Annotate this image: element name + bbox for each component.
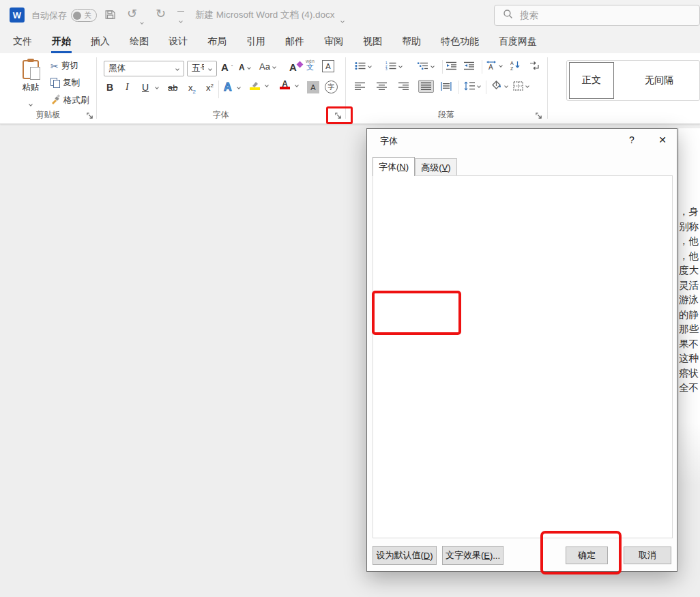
copy-button[interactable]: 复制 (50, 77, 80, 89)
dialog-close-button[interactable]: ✕ (654, 132, 671, 147)
format-painter-button[interactable]: 格式刷 (50, 94, 89, 107)
style-no-spacing[interactable]: 无间隔 (629, 62, 689, 99)
character-shading-button[interactable]: A (307, 81, 319, 93)
bullets-button[interactable] (355, 61, 371, 70)
tab-review[interactable]: 审阅 (323, 30, 344, 53)
shrink-font-button[interactable]: A (239, 63, 250, 72)
font-dialog-launcher[interactable] (333, 111, 342, 120)
chevron-down-icon[interactable] (204, 61, 216, 76)
clipboard-dialog-launcher[interactable] (85, 111, 94, 120)
clipboard-group-label: 剪贴板 (0, 109, 96, 121)
ribbon: 粘贴 ✂ 剪切 复制 格式刷 剪贴板 黑体 五号 (0, 53, 700, 124)
align-left-button[interactable] (355, 82, 365, 91)
doc-text-line: 这种 (679, 351, 700, 366)
decrease-indent-button[interactable] (446, 61, 456, 70)
tab-home[interactable]: 开始 (51, 30, 72, 53)
set-default-button[interactable]: 设为默认值(D) (373, 546, 437, 565)
superscript-button[interactable]: x2 (206, 83, 214, 93)
highlight-color-button[interactable] (250, 81, 268, 90)
font-size-combo[interactable]: 五号 (187, 61, 217, 76)
line-spacing-button[interactable] (464, 81, 480, 91)
dialog-help-button[interactable]: ? (623, 132, 641, 147)
numbering-icon: 123 (385, 61, 396, 70)
ok-button[interactable]: 确定 (566, 547, 608, 564)
tab-insert[interactable]: 插入 (90, 30, 111, 53)
tab-special-features[interactable]: 特色功能 (440, 30, 480, 53)
cut-button[interactable]: ✂ 剪切 (50, 60, 78, 72)
search-icon (503, 9, 513, 22)
sort-button[interactable]: AZ (510, 60, 521, 70)
show-marks-button[interactable] (529, 61, 540, 70)
font-tab-page (373, 175, 673, 538)
tab-view[interactable]: 视图 (362, 30, 383, 53)
paste-clipboard-icon (23, 60, 39, 79)
numbering-button[interactable]: 123 (385, 61, 402, 70)
increase-indent-button[interactable] (464, 61, 474, 70)
tab-references[interactable]: 引用 (246, 30, 266, 53)
doc-text-line: 的静 (679, 308, 700, 323)
tab-design[interactable]: 设计 (168, 30, 188, 53)
svg-text:Z: Z (510, 66, 514, 71)
borders-button[interactable] (513, 81, 529, 91)
autosave-toggle[interactable]: 关 (71, 9, 97, 22)
document-title[interactable]: 新建 Microsoft Word 文档 (4).docx (195, 9, 335, 21)
clear-formatting-button[interactable]: A (289, 61, 302, 73)
asian-layout-button[interactable]: A (486, 60, 502, 70)
redo-icon[interactable]: ↻ (156, 7, 166, 20)
line-spacing-icon (464, 81, 475, 91)
page-fade (679, 423, 700, 484)
font-dialog: 字体 ? ✕ 字体(N) 高级(V) 中文字体(T): 黑体 字形(Y): 常规… (366, 128, 677, 572)
enclose-characters-button[interactable]: 字 (325, 81, 338, 93)
scissors-icon: ✂ (50, 61, 59, 72)
align-center-button[interactable] (377, 82, 387, 91)
font-name-combo[interactable]: 黑体 (104, 61, 184, 76)
tab-font[interactable]: 字体(N) (373, 157, 415, 176)
tab-baidu-netdisk[interactable]: 百度网盘 (498, 30, 538, 53)
doc-text-line: 别称 (679, 220, 700, 235)
tab-help[interactable]: 帮助 (401, 30, 422, 53)
character-border-button[interactable]: A (322, 60, 334, 72)
cancel-button[interactable]: 取消 (624, 547, 671, 564)
justify-button[interactable] (418, 80, 434, 93)
tab-file[interactable]: 文件 (12, 30, 33, 53)
underline-button[interactable]: U (142, 82, 158, 93)
borders-icon (513, 81, 523, 91)
strikethrough-button[interactable]: ab (168, 83, 177, 93)
highlighter-icon (250, 81, 260, 90)
title-dropdown-icon[interactable] (341, 13, 344, 25)
tab-draw[interactable]: 绘图 (129, 30, 149, 53)
paragraph-dialog-launcher[interactable] (534, 111, 543, 120)
paste-button[interactable]: 粘贴 (16, 59, 45, 108)
tab-mailings[interactable]: 邮件 (285, 30, 305, 53)
bold-button[interactable]: B (106, 82, 113, 93)
sort-icon: AZ (510, 60, 521, 70)
chevron-down-icon[interactable] (171, 61, 184, 76)
change-case-button[interactable]: Aa (259, 61, 276, 72)
save-icon[interactable] (104, 9, 116, 23)
subscript-button[interactable]: x2 (188, 83, 196, 95)
character-scaling-icon: A (486, 60, 497, 70)
svg-text:3: 3 (385, 68, 388, 70)
phonetic-guide-button[interactable]: wén 文 (306, 59, 315, 71)
undo-dropdown-icon[interactable] (141, 14, 143, 27)
text-effects-button-dialog[interactable]: 文字效果(E)... (442, 546, 504, 565)
customize-toolbar-icon[interactable] (177, 11, 184, 25)
style-normal[interactable]: 正文 (569, 62, 614, 99)
text-effects-button[interactable]: A (224, 81, 240, 93)
grow-font-button[interactable]: Aˆ (221, 61, 233, 73)
search-input[interactable]: 搜索 (494, 5, 700, 26)
distribute-button[interactable] (441, 82, 452, 91)
tab-advanced[interactable]: 高级(V) (415, 158, 457, 176)
shading-button[interactable] (491, 81, 508, 91)
tab-layout[interactable]: 布局 (207, 30, 227, 53)
paragraph-mark-icon (529, 61, 540, 70)
svg-text:A: A (488, 63, 493, 70)
undo-icon[interactable]: ↺ (127, 7, 137, 20)
multilevel-list-button[interactable] (418, 61, 434, 70)
align-right-icon (398, 82, 409, 91)
align-right-button[interactable] (398, 82, 409, 91)
word-logo-icon[interactable]: W (10, 8, 25, 23)
format-painter-icon (50, 94, 61, 107)
italic-button[interactable]: I (126, 82, 129, 93)
font-color-button[interactable]: A (280, 81, 298, 89)
